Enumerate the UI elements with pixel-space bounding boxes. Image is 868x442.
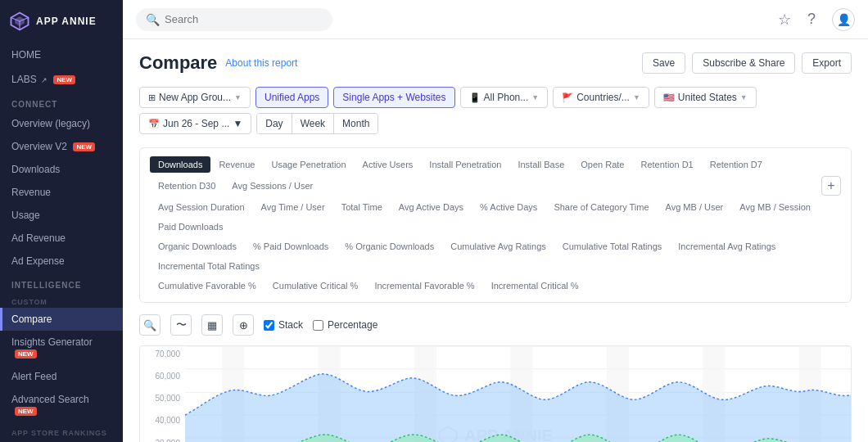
- sidebar-item-home[interactable]: HOME: [0, 43, 123, 67]
- metric-tab-avg-session-duration[interactable]: Avg Session Duration: [150, 199, 253, 215]
- phone-caret: ▼: [531, 93, 539, 101]
- metric-tab-cumulative-total-ratings[interactable]: Cumulative Total Ratings: [554, 238, 670, 255]
- metric-tab-avg-time-user[interactable]: Avg Time / User: [253, 199, 333, 215]
- us-flag-icon: 🇺🇸: [663, 92, 675, 103]
- stack-toggle[interactable]: Stack: [264, 319, 303, 331]
- about-report-link[interactable]: About this report: [225, 57, 297, 69]
- metric-tab-avg-active-days[interactable]: Avg Active Days: [391, 199, 472, 215]
- zoom-in-btn[interactable]: 🔍: [139, 314, 160, 336]
- sidebar-item-insights-generator[interactable]: Insights Generator NEW: [0, 331, 123, 365]
- subscribe-share-button[interactable]: Subscribe & Share: [692, 52, 795, 74]
- metrics-row-2: Avg Session Duration Avg Time / User Tot…: [150, 199, 841, 235]
- star-icon-button[interactable]: ☆: [778, 11, 791, 29]
- chart-area: APP ANNIE 70,000 60,000 50,000 40,000 30…: [139, 345, 852, 442]
- metric-tab-incremental-total-ratings[interactable]: Incremental Total Ratings: [150, 258, 268, 274]
- metric-tab-install-penetration[interactable]: Install Penetration: [421, 156, 509, 173]
- percentage-checkbox[interactable]: [313, 320, 323, 331]
- help-icon-button[interactable]: ?: [807, 11, 816, 28]
- user-icon-button[interactable]: 👤: [832, 8, 855, 31]
- date-range-filter[interactable]: 📅 Jun 26 - Sep ... ▼: [139, 113, 251, 134]
- metric-tab-downloads[interactable]: Downloads: [150, 156, 210, 173]
- app-type-filter[interactable]: Unified Apps: [255, 87, 328, 108]
- metric-tab-cumulative-avg-ratings[interactable]: Cumulative Avg Ratings: [442, 238, 554, 255]
- sidebar: APP ANNIE HOME LABS ↗ NEW CONNECT Overvi…: [0, 0, 123, 442]
- metric-tab-cumulative-critical[interactable]: Cumulative Critical %: [264, 277, 367, 294]
- search-icon: 🔍: [146, 13, 160, 26]
- metric-tab-pct-paid-downloads[interactable]: % Paid Downloads: [245, 238, 337, 255]
- metric-tab-organic-downloads[interactable]: Organic Downloads: [150, 238, 245, 255]
- app-name-label: APP ANNIE: [36, 16, 97, 27]
- metric-tab-cumulative-favorable[interactable]: Cumulative Favorable %: [150, 277, 264, 294]
- chart-svg-area: © 2019 App Annie Intelligence | appannie…: [185, 346, 851, 442]
- sidebar-item-ad-revenue[interactable]: Ad Revenue: [0, 227, 123, 250]
- sidebar-item-overview-v2[interactable]: Overview V2 NEW: [0, 135, 123, 158]
- group-filter[interactable]: ⊞ New App Grou... ▼: [139, 87, 251, 108]
- metric-tab-pct-active-days[interactable]: % Active Days: [472, 199, 545, 215]
- metric-tab-incremental-critical[interactable]: Incremental Critical %: [483, 277, 587, 294]
- sidebar-item-downloads[interactable]: Downloads: [0, 158, 123, 181]
- week-period-btn[interactable]: Week: [292, 114, 334, 133]
- metric-tab-usage-penetration[interactable]: Usage Penetration: [263, 156, 354, 173]
- country-filter[interactable]: 🇺🇸 United States ▼: [654, 87, 757, 108]
- percentage-toggle[interactable]: Percentage: [313, 319, 377, 331]
- sidebar-section-app-store: APP STORE RANKINGS: [0, 422, 123, 439]
- metric-tab-pct-organic-downloads[interactable]: % Organic Downloads: [337, 238, 442, 255]
- search-bar[interactable]: 🔍: [136, 8, 332, 31]
- topbar-icons: ☆ ? 👤: [778, 8, 855, 31]
- page-title: Compare: [139, 52, 217, 74]
- metric-tab-incremental-avg-ratings[interactable]: Incremental Avg Ratings: [670, 238, 784, 255]
- sidebar-item-advanced-search[interactable]: Advanced Search NEW: [0, 388, 123, 422]
- topbar: 🔍 ☆ ? 👤: [123, 0, 868, 39]
- country-caret: ▼: [740, 93, 748, 101]
- metrics-row-4: Cumulative Favorable % Cumulative Critic…: [150, 277, 841, 294]
- date-caret: ▼: [233, 118, 242, 129]
- labs-badge: NEW: [53, 75, 75, 84]
- sidebar-item-top-charts[interactable]: Top Charts: [0, 439, 123, 442]
- options-btn[interactable]: ⊕: [233, 314, 254, 336]
- export-button[interactable]: Export: [802, 52, 852, 74]
- grid-icon: ⊞: [148, 92, 156, 103]
- metric-tab-install-base[interactable]: Install Base: [509, 156, 572, 173]
- metric-tab-avg-sessions[interactable]: Avg Sessions / User: [224, 178, 321, 194]
- sidebar-section-custom: CUSTOM: [0, 293, 123, 308]
- metric-tab-share-category[interactable]: Share of Category Time: [545, 199, 657, 215]
- bar-chart-btn[interactable]: ▦: [201, 314, 223, 336]
- metric-tab-total-time[interactable]: Total Time: [333, 199, 391, 215]
- line-chart-btn[interactable]: 〜: [170, 314, 192, 336]
- add-metric-btn[interactable]: +: [821, 176, 841, 196]
- metric-tab-paid-downloads[interactable]: Paid Downloads: [150, 219, 232, 235]
- countries-filter[interactable]: 🚩 Countries/... ▼: [553, 87, 649, 108]
- metric-tab-incremental-favorable[interactable]: Incremental Favorable %: [366, 277, 482, 294]
- day-period-btn[interactable]: Day: [257, 114, 292, 133]
- sidebar-item-overview-legacy[interactable]: Overview (legacy): [0, 112, 123, 135]
- stack-checkbox[interactable]: [264, 320, 274, 331]
- sidebar-item-revenue[interactable]: Revenue: [0, 181, 123, 204]
- search-input[interactable]: [165, 13, 323, 25]
- sidebar-section-connect: CONNECT: [0, 92, 123, 112]
- header-actions: Save Subscribe & Share Export: [642, 52, 852, 74]
- metric-tab-revenue[interactable]: Revenue: [210, 156, 263, 173]
- phone-filter[interactable]: 📱 All Phon... ▼: [460, 87, 549, 108]
- sidebar-item-usage[interactable]: Usage: [0, 204, 123, 227]
- metric-tab-retention-d7[interactable]: Retention D7: [702, 156, 771, 173]
- metric-tab-retention-d30[interactable]: Retention D30: [150, 178, 224, 194]
- sidebar-item-labs[interactable]: LABS ↗ NEW: [0, 67, 123, 92]
- metric-tab-avg-mb-user[interactable]: Avg MB / User: [658, 199, 732, 215]
- metric-tab-open-rate[interactable]: Open Rate: [572, 156, 632, 173]
- sidebar-item-ad-expense[interactable]: Ad Expense: [0, 250, 123, 273]
- sidebar-item-alert-feed[interactable]: Alert Feed: [0, 365, 123, 388]
- sidebar-section-intelligence: INTELLIGENCE: [0, 273, 123, 293]
- metric-tab-retention-d1[interactable]: Retention D1: [632, 156, 701, 173]
- sidebar-item-compare[interactable]: Compare: [0, 308, 123, 331]
- metric-tab-avg-mb-session[interactable]: Avg MB / Session: [731, 199, 819, 215]
- flag-icon: 🚩: [562, 92, 573, 103]
- phone-icon: 📱: [469, 92, 481, 103]
- metrics-container: Downloads Revenue Usage Penetration Acti…: [139, 147, 852, 303]
- metric-tab-active-users[interactable]: Active Users: [355, 156, 422, 173]
- save-button[interactable]: Save: [642, 52, 685, 74]
- compare-header: Compare About this report Save Subscribe…: [139, 52, 852, 74]
- chart-controls: 🔍 〜 ▦ ⊕ Stack Percentage: [139, 311, 852, 339]
- filter-bar: ⊞ New App Grou... ▼ Unified Apps Single …: [139, 87, 852, 134]
- month-period-btn[interactable]: Month: [334, 114, 377, 133]
- device-type-filter[interactable]: Single Apps + Websites: [333, 87, 454, 108]
